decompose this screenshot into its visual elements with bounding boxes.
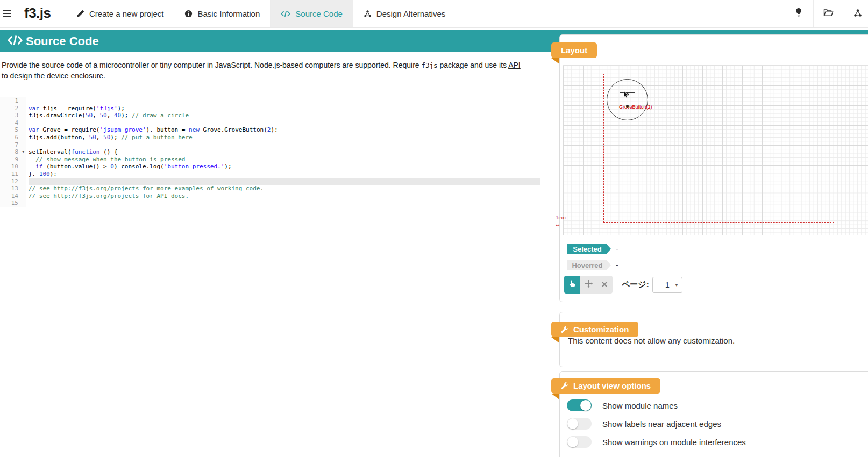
hints-button[interactable] (784, 0, 813, 27)
line-number: 1 (0, 97, 26, 105)
line-number: 12 (0, 178, 26, 185)
toggle-switch[interactable] (567, 436, 592, 448)
toggle-switch[interactable] (567, 399, 592, 411)
line-number: 8▾ (0, 148, 26, 156)
close-icon (601, 280, 608, 290)
design-canvas[interactable]: GroveButton(2) 1cm ↔ (563, 65, 868, 235)
selected-badge: Selected (567, 244, 611, 254)
code-line[interactable] (29, 119, 540, 127)
app-logo[interactable]: f3.js (24, 5, 51, 22)
wrench-icon (561, 382, 568, 390)
customization-card: This content does not allow any customiz… (559, 312, 868, 367)
layout-tag-label: Layout (561, 46, 587, 55)
fold-marker-icon[interactable]: ▾ (22, 148, 25, 156)
nav-tabs: Create a new project Basic Information S… (66, 0, 456, 27)
option-row: Show module names (567, 399, 746, 411)
scale-arrow-icon: ↔ (554, 220, 561, 228)
wrench-icon (561, 326, 568, 333)
code-editor[interactable]: 12345678▾9101112131415 var f3js = requir… (0, 94, 540, 207)
customization-tag: Customization (551, 322, 638, 337)
toggle-label: Show labels near adjacent edges (602, 419, 721, 429)
description: Provide the source code of a microcontro… (2, 60, 542, 81)
top-navbar: f3.js Create a new project Basic Informa… (0, 0, 868, 28)
tab-create-project[interactable]: Create a new project (66, 0, 174, 27)
line-number: 11 (0, 170, 26, 178)
tab-source-code[interactable]: Source Code (270, 0, 353, 27)
selected-row: Selected - (567, 244, 618, 254)
menu-icon[interactable] (3, 10, 11, 17)
code-line[interactable]: }, 100); (29, 170, 540, 178)
nav-right-icons (784, 0, 868, 27)
tab-design-alternatives[interactable]: Design Alternatives (353, 0, 456, 27)
layout-view-options-tag: Layout view options (551, 378, 660, 394)
line-number: 9 (0, 156, 26, 163)
tab-label: Create a new project (89, 9, 163, 18)
toggle-list: Show module namesShow labels near adjace… (567, 399, 746, 454)
code-line[interactable]: f3js.drawCircle(50, 50, 40); // draw a c… (29, 112, 540, 119)
code-icon (7, 35, 23, 48)
option-row: Show warnings on module interferences (567, 436, 746, 448)
code-line[interactable] (29, 199, 540, 207)
folder-open-icon (823, 9, 834, 19)
design-alternatives-button[interactable] (843, 0, 868, 27)
line-number: 10 (0, 163, 26, 170)
hovered-badge: Hoverred (567, 260, 611, 270)
open-project-button[interactable] (813, 0, 843, 27)
tab-label: Source Code (295, 9, 343, 18)
line-number: 5 (0, 126, 26, 134)
line-number: 7 (0, 141, 26, 149)
selected-value: - (616, 245, 618, 253)
code-line[interactable]: // see http://f3js.org/projects for API … (29, 192, 540, 200)
code-line[interactable]: setInterval(function () { (29, 148, 540, 156)
customization-tag-label: Customization (573, 325, 629, 334)
editor-gutter: 12345678▾9101112131415 (0, 97, 26, 207)
editor-code-area[interactable]: var f3js = require('f3js');f3js.drawCirc… (26, 97, 540, 207)
line-number: 4 (0, 119, 26, 127)
toggle-label: Show module names (602, 401, 678, 410)
line-number: 13 (0, 185, 26, 192)
move-tool-button[interactable] (580, 276, 596, 294)
code-line[interactable]: // show message when the button is press… (29, 156, 540, 163)
page-select[interactable]: 1 ▼ (652, 277, 682, 293)
code-line[interactable]: var f3js = require('f3js'); (29, 105, 540, 112)
code-line[interactable] (29, 141, 540, 149)
toggle-switch[interactable] (567, 418, 592, 430)
modules-icon (853, 9, 862, 19)
code-line[interactable] (29, 97, 540, 105)
hovered-row: Hoverred - (567, 260, 618, 270)
text-cursor (29, 178, 29, 184)
toggle-knob (567, 437, 578, 447)
line-number: 6 (0, 134, 26, 141)
modules-icon (364, 10, 372, 18)
canvas-toolbar (564, 276, 613, 294)
line-number: 14 (0, 192, 26, 200)
tab-label: Design Alternatives (376, 9, 445, 18)
code-line[interactable]: var Grove = require('jsupm_grove'), butt… (29, 126, 540, 134)
layout-tag: Layout (551, 42, 597, 58)
tab-basic-information[interactable]: Basic Information (174, 0, 270, 27)
lightbulb-icon (795, 8, 802, 19)
mouse-cursor-icon (623, 91, 629, 101)
pointer-tool-button[interactable] (564, 276, 580, 294)
module-name-label: GroveButton(2) (619, 104, 652, 110)
info-icon (184, 10, 193, 18)
hovered-value: - (616, 261, 618, 269)
code-line[interactable] (29, 178, 540, 185)
code-line[interactable]: if (button.value() > 0) console.log('but… (29, 163, 540, 170)
delete-tool-button[interactable] (596, 276, 613, 294)
page-title: Source Code (26, 34, 99, 48)
page-select-label: ページ: (622, 280, 649, 290)
code-line[interactable]: // see http://f3js.org/projects for more… (29, 185, 540, 192)
line-number: 15 (0, 199, 26, 207)
toggle-knob (567, 418, 578, 429)
customization-message: This content does not allow any customiz… (568, 336, 735, 345)
pencil-icon (76, 10, 84, 18)
line-number: 2 (0, 105, 26, 112)
option-row: Show labels near adjacent edges (567, 418, 746, 430)
toggle-label: Show warnings on module interferences (602, 438, 746, 447)
code-line[interactable]: f3js.add(button, 50, 50); // put a butto… (29, 134, 540, 141)
move-icon (585, 280, 593, 290)
caret-down-icon: ▼ (674, 283, 679, 288)
api-link[interactable]: API (508, 61, 521, 69)
scale-label: 1cm (556, 214, 566, 220)
